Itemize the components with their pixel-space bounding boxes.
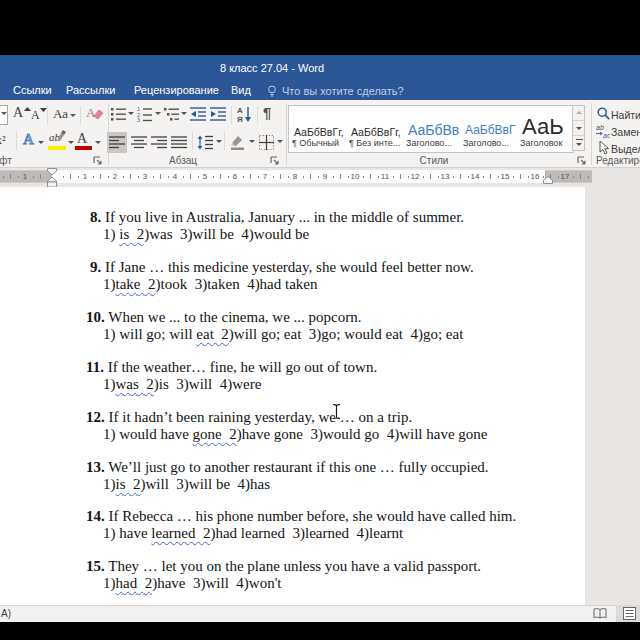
- text-effects-dropdown-icon[interactable]: [38, 141, 44, 144]
- line-spacing-dropdown-icon[interactable]: [216, 140, 222, 143]
- multilevel-dropdown-icon[interactable]: [181, 112, 187, 115]
- indent-markers[interactable]: [47, 168, 58, 188]
- style-label: ¶ Без инте...: [349, 138, 400, 148]
- grammar-wavy-underline: learned 2: [151, 525, 210, 541]
- gallery-more-button[interactable]: [573, 136, 584, 151]
- style-card[interactable]: АаБбВвГг, ¶ Без инте...: [346, 105, 403, 151]
- word-window: 8 класс 27.04 - Word Ссылки Рассылки Рец…: [0, 0, 640, 640]
- style-card[interactable]: АаБбВв Заголово...: [403, 105, 460, 151]
- align-right-button[interactable]: [151, 136, 167, 149]
- scroll-up-icon: [576, 111, 582, 114]
- increase-indent-button[interactable]: [210, 107, 226, 121]
- bullets-dropdown-icon[interactable]: [128, 112, 134, 115]
- document-page[interactable]: [0, 187, 640, 605]
- ruler-tick: [370, 174, 371, 179]
- font-dialog-launcher[interactable]: [93, 156, 103, 166]
- ruler-tick: [438, 176, 439, 178]
- styles-dialog-launcher[interactable]: [577, 156, 587, 166]
- ruler-tick: [78, 176, 79, 178]
- select-arrow-icon: [599, 141, 610, 155]
- svg-text:ac: ac: [603, 132, 610, 138]
- line-spacing-button[interactable]: [197, 135, 213, 150]
- align-left-button[interactable]: [109, 136, 125, 149]
- font-size-combo[interactable]: [0, 105, 8, 125]
- ruler-tick: [198, 176, 199, 178]
- superscript-button-partial[interactable]: x²: [0, 133, 6, 148]
- more-bar-icon: [576, 139, 583, 140]
- grow-font-button[interactable]: А: [13, 105, 23, 121]
- button-separator: [257, 106, 258, 124]
- button-separator: [192, 132, 193, 150]
- svg-text:Я: Я: [237, 115, 243, 122]
- ruler-tick: [303, 176, 304, 178]
- shading-dropdown-icon[interactable]: [249, 140, 255, 143]
- borders-dropdown-icon[interactable]: [277, 140, 283, 143]
- show-marks-button[interactable]: ¶: [263, 104, 271, 121]
- grammar-wavy-underline: was 2: [116, 376, 154, 392]
- highlight-dropdown-icon[interactable]: [68, 141, 74, 144]
- tab-references[interactable]: Ссылки: [13, 85, 52, 96]
- print-layout-button[interactable]: [623, 607, 636, 620]
- svg-text:ab: ab: [596, 124, 604, 131]
- button-separator: [47, 106, 48, 124]
- read-mode-button[interactable]: [593, 608, 607, 619]
- replace-button[interactable]: Заменить: [611, 126, 640, 138]
- group-separator: [591, 103, 592, 165]
- ruler-tick: [228, 176, 229, 178]
- font-color-button[interactable]: А: [77, 131, 87, 147]
- language-indicator-partial[interactable]: А): [1, 609, 11, 619]
- more-arrow-icon: [576, 143, 582, 146]
- style-card[interactable]: АаЬ Заголовок: [517, 105, 574, 151]
- numbering-button[interactable]: 123: [137, 106, 152, 122]
- ruler-number: 4: [173, 173, 177, 181]
- shading-button[interactable]: [229, 134, 246, 150]
- change-case-button[interactable]: Аа: [53, 106, 68, 122]
- ruler-tick: [18, 176, 19, 178]
- ruler-tick: [10, 174, 11, 179]
- numbering-dropdown-icon[interactable]: [155, 112, 161, 115]
- find-button[interactable]: Найти: [611, 109, 640, 121]
- right-indent-marker[interactable]: [543, 176, 554, 184]
- search-icon: [597, 107, 610, 120]
- decrease-indent-button[interactable]: [190, 107, 206, 121]
- gallery-scroll-down-button[interactable]: [573, 121, 584, 136]
- group-separator: [286, 103, 287, 165]
- style-card[interactable]: АаБбВвГг, ¶ Обычный: [289, 105, 346, 151]
- grammar-wavy-underline: had 2: [116, 575, 153, 591]
- shrink-font-button[interactable]: А: [31, 108, 40, 123]
- font-color-dropdown-icon[interactable]: [95, 141, 101, 144]
- sort-button[interactable]: АЯ: [237, 105, 252, 122]
- paragraph-dialog-launcher[interactable]: [270, 156, 280, 166]
- ruler-tick: [93, 176, 94, 178]
- ruler-tick: [588, 176, 589, 178]
- justify-button[interactable]: [171, 136, 187, 149]
- ruler-tick: [423, 176, 424, 178]
- borders-button[interactable]: [259, 135, 274, 150]
- ruler-tick: [100, 174, 101, 179]
- change-case-dropdown-icon[interactable]: [70, 114, 76, 117]
- ruler-tick: [258, 176, 259, 178]
- question-line: 9. If Jane … this medicine yesterday, sh…: [90, 259, 474, 276]
- align-center-button[interactable]: [131, 136, 147, 149]
- multilevel-list-button[interactable]: [164, 107, 179, 121]
- ruler-tick: [243, 176, 244, 178]
- button-separator: [224, 132, 225, 150]
- tell-me-box[interactable]: Что вы хотите сделать?: [267, 85, 404, 99]
- lightbulb-icon: [267, 85, 277, 99]
- ruler-number: 6: [233, 173, 237, 181]
- bullets-button[interactable]: [111, 107, 126, 121]
- tab-view[interactable]: Вид: [231, 85, 251, 96]
- gallery-scroll-up-button[interactable]: [573, 106, 584, 121]
- tab-review[interactable]: Рецензирование: [134, 85, 219, 96]
- style-card[interactable]: АаБбВвГ Заголово...: [460, 105, 517, 151]
- ruler-tick: [453, 176, 454, 178]
- question-line: 8. If you live in Australia, January ...…: [90, 209, 464, 226]
- ruler-number: 10: [351, 173, 360, 181]
- tab-mailings[interactable]: Рассылки: [66, 85, 115, 96]
- font-size-dropdown-icon[interactable]: [1, 112, 7, 115]
- select-button[interactable]: Выделить: [611, 143, 640, 155]
- ruler-tick: [3, 176, 4, 178]
- ruler-tick: [63, 176, 64, 178]
- text-effects-button[interactable]: А: [23, 131, 34, 148]
- ruler-tick: [40, 174, 41, 179]
